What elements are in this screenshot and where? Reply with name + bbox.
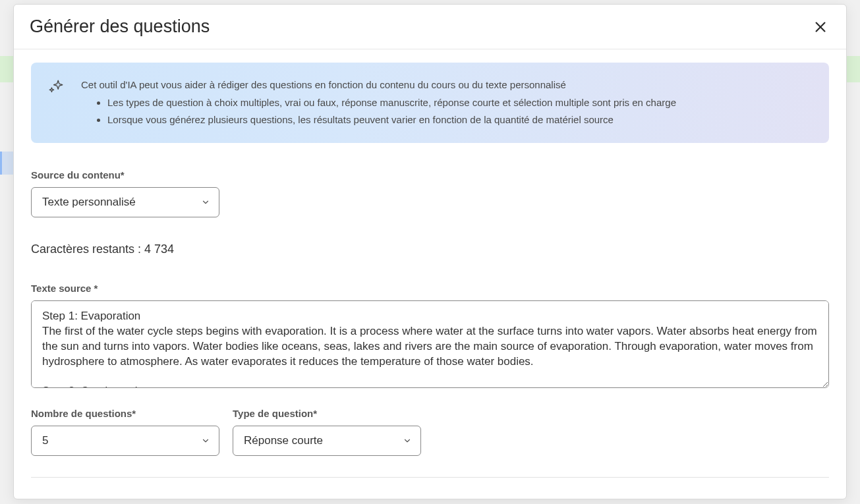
- ai-info-banner: Cet outil d'IA peut vous aider à rédiger…: [31, 63, 829, 143]
- banner-intro: Cet outil d'IA peut vous aider à rédiger…: [81, 77, 676, 92]
- question-type-select-wrap: Réponse courte: [233, 426, 421, 456]
- banner-bullet: Lorsque vous générez plusieurs questions…: [107, 112, 676, 127]
- chars-remaining: Caractères restants : 4 734: [31, 242, 829, 256]
- modal-body[interactable]: Cet outil d'IA peut vous aider à rédiger…: [14, 49, 846, 499]
- banner-bullet: Les types de question à choix multiples,…: [107, 95, 676, 110]
- content-source-select-wrap: Texte personnalisé: [31, 187, 219, 217]
- source-text-input[interactable]: [31, 300, 829, 388]
- close-button[interactable]: [811, 17, 830, 37]
- modal-title: Générer des questions: [30, 16, 210, 37]
- close-icon: [813, 20, 828, 34]
- modal-header: Générer des questions: [14, 5, 846, 49]
- content-source-group: Source du contenu* Texte personnalisé: [31, 169, 829, 217]
- question-count-select-wrap: 5: [31, 426, 219, 456]
- question-type-label: Type de question*: [233, 408, 421, 419]
- count-type-row: Nombre de questions* 5 Type de question*…: [31, 408, 829, 456]
- content-source-label: Source du contenu*: [31, 169, 829, 181]
- ai-info-text: Cet outil d'IA peut vous aider à rédiger…: [81, 77, 676, 127]
- content-source-select[interactable]: Texte personnalisé: [31, 187, 219, 217]
- content-source-value: Texte personnalisé: [42, 196, 136, 209]
- spacer: [31, 478, 829, 483]
- question-type-value: Réponse courte: [244, 434, 323, 447]
- background-stripe-blue: [0, 152, 13, 175]
- question-count-select[interactable]: 5: [31, 426, 219, 456]
- question-count-value: 5: [42, 434, 48, 447]
- source-text-label: Texte source *: [31, 283, 829, 294]
- generate-questions-modal: Générer des questions Cet outil d'IA peu…: [13, 4, 847, 499]
- question-type-group: Type de question* Réponse courte: [233, 408, 421, 456]
- question-count-group: Nombre de questions* 5: [31, 408, 219, 456]
- sparkle-icon: [48, 78, 65, 96]
- question-type-select[interactable]: Réponse courte: [233, 426, 421, 456]
- source-text-group: Texte source *: [31, 283, 829, 391]
- question-count-label: Nombre de questions*: [31, 408, 219, 419]
